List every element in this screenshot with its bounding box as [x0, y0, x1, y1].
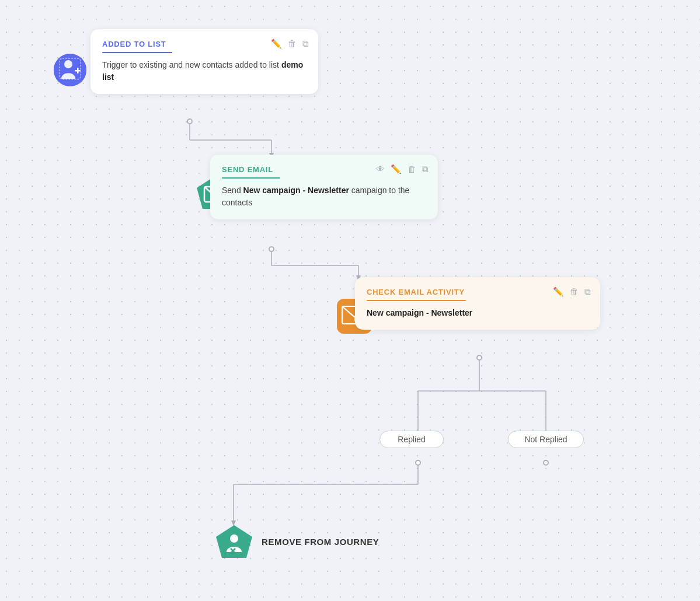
edit-icon-2[interactable]: ✏️: [391, 164, 402, 174]
eye-icon[interactable]: 👁: [376, 164, 385, 174]
replied-branch[interactable]: Replied: [379, 431, 444, 448]
edit-icon-3[interactable]: ✏️: [553, 286, 564, 297]
copy-icon[interactable]: ⧉: [302, 39, 309, 49]
check-email-card-icons: ✏️ 🗑 ⧉: [553, 286, 591, 297]
svg-point-19: [64, 60, 72, 68]
connector-dot-1: [187, 118, 193, 124]
remove-from-journey-label: REMOVE FROM JOURNEY: [262, 537, 379, 547]
trash-icon-3[interactable]: 🗑: [570, 286, 579, 297]
check-email-body: New campaign - Newsletter: [367, 307, 588, 319]
svg-point-31: [230, 534, 238, 543]
remove-from-journey-icon: [215, 524, 253, 565]
connector-dot-2: [269, 246, 274, 252]
not-replied-branch[interactable]: Not Replied: [508, 431, 584, 448]
trash-icon[interactable]: 🗑: [288, 39, 297, 49]
svg-rect-21: [77, 68, 79, 74]
send-email-card: 👁 ✏️ 🗑 ⧉ SEND EMAIL Send New campaign - …: [210, 155, 438, 219]
send-email-body: Send New campaign - Newsletter campaign …: [222, 184, 426, 209]
edit-icon[interactable]: ✏️: [271, 39, 282, 49]
card-action-icons: ✏️ 🗑 ⧉: [271, 39, 309, 49]
added-to-list-icon: 👤+: [53, 53, 88, 90]
connector-dot-3: [476, 355, 482, 361]
added-to-list-card: ✏️ 🗑 ⧉ ADDED TO LIST Trigger to existing…: [90, 29, 318, 94]
copy-icon-3[interactable]: ⧉: [584, 286, 591, 297]
copy-icon-2[interactable]: ⧉: [422, 164, 429, 174]
not-replied-connector-dot: [543, 460, 549, 466]
replied-connector-dot: [415, 460, 421, 466]
added-to-list-body: Trigger to existing and new contacts add…: [102, 59, 307, 83]
send-email-card-icons: 👁 ✏️ 🗑 ⧉: [376, 164, 429, 174]
trash-icon-2[interactable]: 🗑: [408, 164, 416, 174]
check-email-card: ✏️ 🗑 ⧉ CHECK EMAIL ACTIVITY New campaign…: [355, 277, 600, 330]
